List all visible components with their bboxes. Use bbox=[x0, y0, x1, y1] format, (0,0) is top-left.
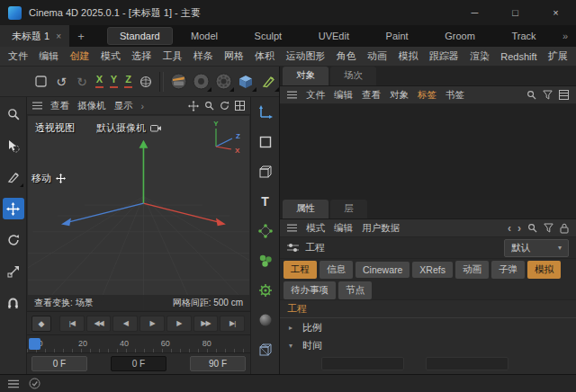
3d-viewport[interactable]: 透视视图 默认摄像机 移动 bbox=[27, 115, 250, 311]
lock-icon[interactable] bbox=[560, 223, 569, 234]
text-tool-icon[interactable]: T bbox=[255, 191, 276, 212]
layout-selector[interactable]: Standard bbox=[107, 27, 173, 45]
layout-uvedit[interactable]: UVEdit bbox=[319, 31, 349, 41]
play-button[interactable]: ▶ bbox=[140, 316, 165, 332]
zoom-view-icon[interactable] bbox=[204, 101, 214, 111]
menu-select[interactable]: 选择 bbox=[131, 49, 151, 63]
axis-y-toggle[interactable]: Y bbox=[107, 70, 121, 94]
search-icon[interactable] bbox=[526, 90, 536, 100]
history-back-icon[interactable]: ‹ bbox=[508, 223, 511, 234]
cat-tab-cineware[interactable]: Cineware bbox=[356, 262, 410, 278]
menu-character[interactable]: 角色 bbox=[337, 49, 356, 63]
cube-icon[interactable] bbox=[255, 161, 276, 183]
menu-volume[interactable]: 体积 bbox=[255, 49, 274, 63]
parameter-field[interactable] bbox=[426, 357, 508, 370]
workplane-axes-icon[interactable] bbox=[255, 102, 276, 123]
render-picture-viewer-icon[interactable] bbox=[190, 70, 212, 94]
menu-file[interactable]: 文件 bbox=[8, 49, 28, 63]
primitive-cube-icon[interactable] bbox=[235, 70, 256, 94]
scale-tool-icon[interactable] bbox=[3, 261, 24, 282]
om-menu-file[interactable]: 文件 bbox=[306, 89, 325, 102]
menu-simulate[interactable]: 模拟 bbox=[398, 49, 418, 63]
live-selection-icon[interactable] bbox=[3, 135, 24, 156]
rotate-view-icon[interactable] bbox=[220, 101, 230, 111]
preset-dropdown[interactable]: 默认 ▾ bbox=[504, 239, 569, 257]
minimize-button[interactable]: ─ bbox=[454, 0, 495, 25]
timeline-ruler[interactable]: 0 20 40 60 80 bbox=[27, 334, 250, 352]
menu-redshift[interactable]: Redshift bbox=[500, 51, 536, 62]
move-tool-icon[interactable] bbox=[3, 198, 24, 219]
object-manager-menu-icon[interactable] bbox=[287, 91, 297, 99]
attribute-manager-menu-icon[interactable] bbox=[287, 224, 297, 232]
timeline-playhead[interactable] bbox=[29, 338, 40, 350]
document-tab[interactable]: 未标题 1 × bbox=[0, 25, 69, 47]
tab-objects[interactable]: 对象 bbox=[283, 67, 328, 85]
end-frame-field[interactable]: 90 F bbox=[190, 356, 246, 371]
tab-attributes[interactable]: 属性 bbox=[283, 200, 328, 218]
toggle-views-icon[interactable] bbox=[235, 101, 245, 111]
menu-edit[interactable]: 编辑 bbox=[39, 49, 58, 63]
axis-x-toggle[interactable]: X bbox=[93, 70, 106, 94]
filter-icon[interactable] bbox=[544, 223, 554, 233]
axis-gizmo[interactable]: Y Z X bbox=[207, 120, 245, 156]
om-menu-objects[interactable]: 对象 bbox=[390, 89, 409, 102]
prev-key-button[interactable]: ◀◀ bbox=[86, 316, 112, 332]
layout-sculpt[interactable]: Sculpt bbox=[255, 31, 283, 41]
group-scale[interactable]: ▸ 比例 bbox=[280, 318, 576, 336]
panel-options-icon[interactable] bbox=[559, 90, 569, 100]
am-menu-mode[interactable]: 模式 bbox=[306, 222, 325, 235]
undo-icon[interactable]: ↺ bbox=[51, 70, 71, 94]
viewport-menu-display[interactable]: 显示 bbox=[114, 100, 133, 112]
goto-end-button[interactable]: ▶| bbox=[220, 316, 245, 332]
menu-create[interactable]: 创建 bbox=[70, 49, 90, 63]
pen-tool-icon[interactable] bbox=[3, 166, 24, 188]
prev-frame-button[interactable]: ◀ bbox=[112, 316, 138, 332]
axis-z-toggle[interactable]: Z bbox=[122, 70, 135, 94]
keyframe-button[interactable]: ◆ bbox=[32, 316, 51, 332]
menu-animate[interactable]: 动画 bbox=[367, 49, 387, 63]
cat-tab-todo[interactable]: 待办事项 bbox=[284, 281, 336, 299]
new-document-button[interactable]: + bbox=[69, 25, 93, 47]
spline-pen-icon[interactable] bbox=[257, 70, 279, 94]
current-frame-field[interactable]: 0 F bbox=[111, 356, 166, 371]
menu-extensions[interactable]: 扩展 bbox=[548, 49, 568, 63]
cat-tab-nodes[interactable]: 节点 bbox=[338, 281, 372, 299]
redo-icon[interactable]: ↻ bbox=[72, 70, 92, 94]
next-key-button[interactable]: ▶▶ bbox=[194, 316, 219, 332]
search-icon[interactable] bbox=[527, 223, 537, 233]
viewport-menu-view[interactable]: 查看 bbox=[50, 100, 69, 112]
viewport-menu-cameras[interactable]: 摄像机 bbox=[77, 100, 106, 112]
pan-view-icon[interactable] bbox=[188, 101, 199, 111]
tab-layers[interactable]: 层 bbox=[330, 200, 367, 218]
layout-paint[interactable]: Paint bbox=[386, 31, 409, 41]
tab-takes[interactable]: 场次 bbox=[330, 67, 376, 85]
rotate-tool-icon[interactable] bbox=[3, 229, 24, 251]
menu-tracking[interactable]: 跟踪器 bbox=[429, 49, 459, 63]
layout-overflow-icon[interactable]: » bbox=[554, 31, 576, 41]
cat-tab-project[interactable]: 工程 bbox=[284, 261, 317, 279]
object-list[interactable] bbox=[280, 104, 576, 200]
document-close-icon[interactable]: × bbox=[56, 31, 61, 41]
am-menu-userdata[interactable]: 用户数据 bbox=[362, 222, 400, 235]
menu-mode[interactable]: 模式 bbox=[101, 49, 121, 63]
close-button[interactable]: × bbox=[536, 0, 576, 25]
goto-start-button[interactable]: |◀ bbox=[59, 316, 85, 332]
status-menu-icon[interactable] bbox=[8, 379, 19, 388]
next-frame-button[interactable]: ▶ bbox=[166, 316, 192, 332]
cat-tab-bullet[interactable]: 子弹 bbox=[491, 261, 525, 279]
gear-icon[interactable] bbox=[255, 280, 276, 301]
om-menu-edit[interactable]: 编辑 bbox=[334, 89, 353, 102]
coordinate-system-icon[interactable] bbox=[136, 70, 156, 94]
om-menu-bookmarks[interactable]: 书签 bbox=[446, 89, 464, 102]
menu-mesh[interactable]: 网格 bbox=[224, 49, 244, 63]
parameter-field[interactable] bbox=[321, 357, 404, 370]
am-menu-edit[interactable]: 编辑 bbox=[334, 222, 353, 235]
sphere-icon[interactable] bbox=[255, 309, 276, 331]
menu-mograph[interactable]: 运动图形 bbox=[286, 49, 326, 63]
layout-model[interactable]: Model bbox=[191, 31, 218, 41]
camera-label-group[interactable]: 默认摄像机 bbox=[96, 121, 161, 135]
plane-icon[interactable] bbox=[255, 131, 276, 153]
menu-tools[interactable]: 工具 bbox=[162, 49, 182, 63]
cat-tab-info[interactable]: 信息 bbox=[320, 261, 353, 279]
cat-tab-xrefs[interactable]: XRefs bbox=[412, 262, 453, 278]
